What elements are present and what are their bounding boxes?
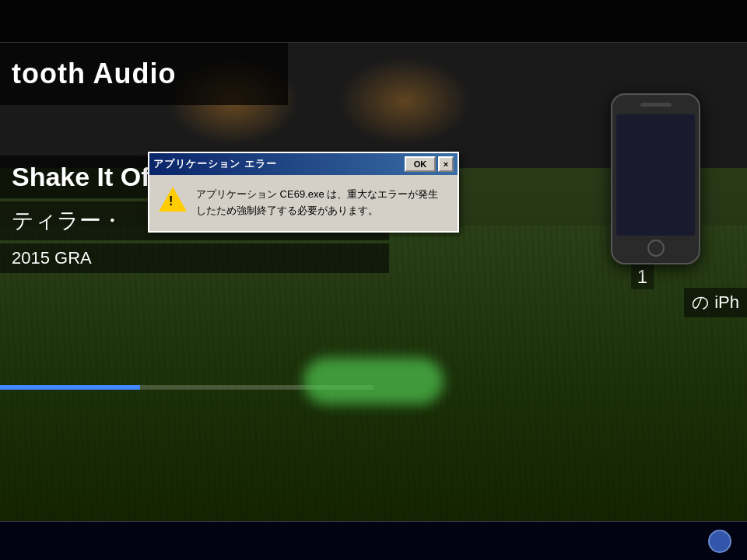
progress-bar	[0, 385, 140, 390]
privacy-blur	[303, 358, 444, 404]
bt-audio-title-area: tooth Audio	[0, 43, 288, 105]
error-dialog: アプリケーション エラー OK × アプリケーション CE69.exe は、重大…	[148, 152, 459, 233]
dialog-message: アプリケーション CE69.exe は、重大なエラーが発生したため強制終了する必…	[196, 187, 448, 219]
dialog-title: アプリケーション エラー	[153, 157, 277, 171]
dialog-ok-button[interactable]: OK	[405, 156, 436, 172]
dialog-titlebar: アプリケーション エラー OK ×	[149, 153, 458, 175]
dialog-controls: OK ×	[405, 156, 454, 172]
dialog-body: アプリケーション CE69.exe は、重大なエラーが発生したため強制終了する必…	[149, 175, 458, 231]
song-album: 2015 GRA	[0, 243, 389, 273]
header-bar	[0, 0, 747, 43]
warning-icon	[159, 187, 187, 215]
bt-audio-label: tooth Audio	[12, 58, 177, 90]
iphone-home-button	[647, 240, 665, 257]
warning-triangle	[159, 187, 187, 212]
iphone-speaker	[640, 103, 672, 107]
dialog-close-button[interactable]: ×	[438, 156, 454, 172]
iphone-screen	[616, 114, 695, 236]
iphone-label: の iPh	[684, 288, 747, 317]
nav-dot[interactable]	[708, 530, 731, 553]
track-number: 1	[631, 264, 654, 289]
bottom-navigation-bar	[0, 521, 747, 560]
iphone-device	[611, 93, 700, 264]
